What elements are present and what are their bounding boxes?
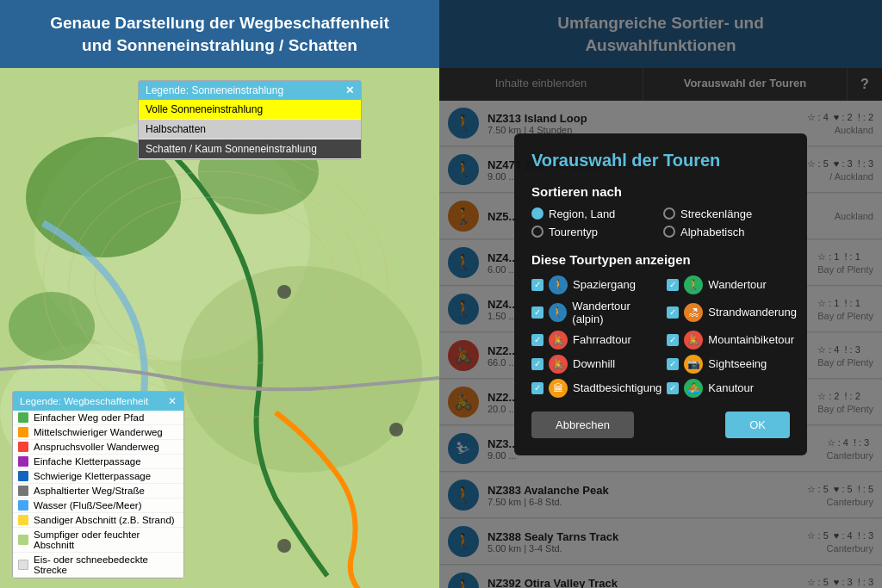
way-label-8: Sandiger Abschnitt (z.B. Strand) [34, 515, 175, 525]
sort-option-tourentyp[interactable]: Tourentyp [531, 226, 658, 238]
modal-actions: Abbrechen OK [531, 412, 790, 438]
way-item-2: Mittelschwieriger Wanderweg [13, 425, 183, 440]
checkbox-downhill [531, 358, 543, 370]
checkbox-spaziergang [531, 279, 543, 291]
label-fahrradtour: Fahrradtour [573, 333, 631, 346]
sun-legend-header: Legende: Sonneneinstrahlung ✕ [139, 81, 361, 100]
way-label-4: Einfache Kletterpassage [34, 456, 141, 467]
checkbox-kanutour [667, 382, 679, 394]
way-item-4: Einfache Kletterpassage [13, 455, 183, 469]
radio-region [531, 207, 543, 220]
way-item-8: Sandiger Abschnitt (z.B. Strand) [13, 513, 183, 528]
sort-section-title: Sortieren nach [531, 184, 790, 199]
sort-option-alphabetisch[interactable]: Alphabetisch [663, 226, 790, 238]
icon-mountainbike: 🚴 [684, 331, 703, 350]
way-label-10: Eis- oder schneebedeckte Strecke [34, 554, 178, 575]
svg-point-10 [277, 285, 291, 299]
type-stadtbesichtigung[interactable]: 🏛 Stadtbesichtigung [531, 379, 662, 398]
icon-kanutour: 🚣 [684, 379, 703, 398]
way-item-7: Wasser (Fluß/See/Meer) [13, 498, 183, 513]
type-sightseeing[interactable]: 📷 Sightseeing [667, 355, 797, 374]
type-kanutour[interactable]: 🚣 Kanutour [667, 379, 797, 398]
label-downhill: Downhill [573, 357, 615, 370]
type-wandertour-alpin[interactable]: 🚶 Wandertour (alpin) [531, 300, 662, 325]
way-legend: Legende: Wegbeschaffenheit ✕ Einfacher W… [12, 391, 184, 579]
modal-dialog: Vorauswahl der Touren Sortieren nach Reg… [514, 133, 807, 455]
label-mountainbike: Mountainbiketour [708, 333, 794, 346]
checkbox-sightseeing [667, 358, 679, 370]
label-kanutour: Kanutour [708, 381, 754, 394]
type-strandwanderung[interactable]: 🏖 Strandwanderung [667, 300, 797, 325]
tour-types-grid: 🚶 Spaziergang 🚶 Wandertour 🚶 Wandertour … [531, 275, 790, 398]
way-item-10: Eis- oder schneebedeckte Strecke [13, 553, 183, 578]
way-label-6: Asphaltierter Weg/Straße [34, 486, 145, 496]
type-fahrradtour[interactable]: 🚴 Fahrradtour [531, 331, 662, 350]
types-section-title: Diese Tourtypen anzeigen [531, 252, 790, 267]
type-wandertour[interactable]: 🚶 Wandertour [667, 275, 797, 294]
sort-options: Region, Land Streckenlänge Tourentyp Alp… [531, 207, 790, 238]
label-wandertour: Wandertour [708, 278, 766, 291]
radio-strecke [663, 207, 675, 220]
icon-fahrradtour: 🚴 [549, 331, 568, 350]
icon-stadtbesichtigung: 🏛 [549, 379, 568, 398]
way-label-2: Mittelschwieriger Wanderweg [34, 427, 163, 437]
way-item-5: Schwierige Kletterpassage [13, 469, 183, 484]
radio-tourentyp [531, 226, 543, 238]
sort-label-tourentyp: Tourentyp [549, 226, 598, 238]
way-item-1: Einfacher Weg oder Pfad [13, 411, 183, 425]
cancel-button[interactable]: Abbrechen [531, 412, 634, 438]
sun-legend: Legende: Sonneneinstrahlung ✕ Volle Sonn… [138, 80, 362, 160]
svg-point-12 [277, 539, 291, 553]
radio-alphabetisch [663, 226, 675, 238]
sort-option-region[interactable]: Region, Land [531, 207, 658, 220]
sun-legend-close-icon[interactable]: ✕ [345, 84, 354, 96]
icon-spaziergang: 🚶 [549, 275, 568, 294]
left-header: Genaue Darstellung der Wegbeschaffenheit… [0, 0, 439, 68]
sort-label-region: Region, Land [549, 207, 615, 220]
checkbox-mountainbike [667, 334, 679, 346]
sun-legend-title: Legende: Sonneneinstrahlung [146, 84, 283, 96]
checkbox-fahrradtour [531, 334, 543, 346]
way-label-9: Sumpfiger oder feuchter Abschnitt [34, 529, 178, 550]
way-item-3: Anspruchsvoller Wanderweg [13, 440, 183, 455]
icon-wandertour-alpin: 🚶 [549, 303, 567, 322]
label-stadtbesichtigung: Stadtbesichtigung [573, 381, 662, 394]
icon-wandertour: 🚶 [684, 275, 703, 294]
sun-legend-half: Halbschatten [139, 120, 361, 139]
way-legend-title: Legende: Wegbeschaffenheit [20, 396, 148, 406]
type-spaziergang[interactable]: 🚶 Spaziergang [531, 275, 662, 294]
icon-downhill: 🚴 [549, 355, 568, 374]
way-label-5: Schwierige Kletterpassage [34, 471, 151, 481]
modal-title: Vorauswahl der Touren [531, 151, 790, 170]
sort-option-strecke[interactable]: Streckenlänge [663, 207, 790, 220]
label-wandertour-alpin: Wandertour (alpin) [572, 300, 662, 325]
label-strandwanderung: Strandwanderung [708, 306, 797, 319]
type-downhill[interactable]: 🚴 Downhill [531, 355, 662, 374]
left-panel: Genaue Darstellung der Wegbeschaffenheit… [0, 0, 439, 588]
checkbox-wandertour [667, 279, 679, 291]
checkbox-strandwanderung [667, 306, 679, 319]
sun-legend-full: Volle Sonneneinstrahlung [139, 100, 361, 120]
way-item-9: Sumpfiger oder feuchter Abschnitt [13, 528, 183, 553]
way-label-3: Anspruchsvoller Wanderweg [34, 442, 159, 452]
type-mountainbike[interactable]: 🚴 Mountainbiketour [667, 331, 797, 350]
ok-button[interactable]: OK [725, 412, 790, 438]
sun-legend-shadow: Schatten / Kaum Sonneneinstrahlung [139, 139, 361, 159]
icon-strandwanderung: 🏖 [684, 303, 703, 322]
way-legend-header: Legende: Wegbeschaffenheit ✕ [13, 392, 183, 411]
checkbox-wandertour-alpin [531, 306, 543, 319]
checkbox-stadtbesichtigung [531, 382, 543, 394]
sort-label-strecke: Streckenlänge [680, 207, 752, 220]
map-area: Legende: Sonneneinstrahlung ✕ Volle Sonn… [0, 68, 439, 588]
right-panel: Umfangreiche Sortier- undAuswahlfunktion… [439, 0, 882, 588]
icon-sightseeing: 📷 [684, 355, 703, 374]
way-label-7: Wasser (Fluß/See/Meer) [34, 500, 141, 511]
label-spaziergang: Spaziergang [573, 278, 636, 291]
label-sightseeing: Sightseeing [708, 357, 767, 370]
svg-point-11 [389, 423, 403, 436]
sort-label-alphabetisch: Alphabetisch [680, 226, 744, 238]
modal-overlay: Vorauswahl der Touren Sortieren nach Reg… [439, 0, 882, 588]
way-item-6: Asphaltierter Weg/Straße [13, 484, 183, 498]
way-legend-close-icon[interactable]: ✕ [168, 395, 177, 407]
way-label-1: Einfacher Weg oder Pfad [34, 412, 144, 423]
